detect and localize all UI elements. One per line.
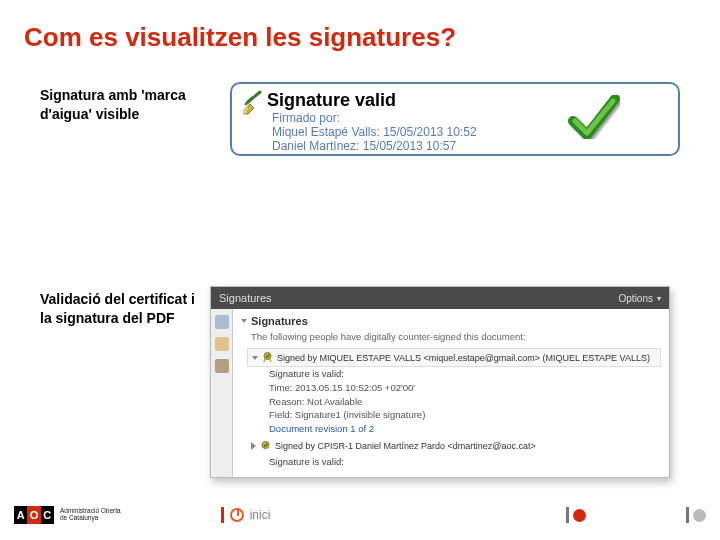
signature-valid-box: Signature valid Firmado por: Miquel Esta… xyxy=(230,82,680,156)
rosette-icon xyxy=(262,351,273,364)
expand-right-icon xyxy=(251,442,256,450)
panel-main: Signatures The following people have dig… xyxy=(233,309,669,477)
panel-body: Signatures The following people have dig… xyxy=(211,309,669,477)
signature-valid-line-2: Signature is valid: xyxy=(269,455,661,469)
signer-1-text: Signed by MIQUEL ESTAPE VALLS <miquel.es… xyxy=(277,353,650,363)
label-pdf-validation: Validació del certificat i la signatura … xyxy=(40,286,200,328)
aoc-badge-c: C xyxy=(41,506,54,524)
aoc-badge-a: A xyxy=(14,506,27,524)
expand-down-icon[interactable] xyxy=(241,319,247,323)
sidebar-thumbnails-icon[interactable] xyxy=(215,315,229,329)
aoc-text: Administració Oberta de Catalunya xyxy=(60,508,121,522)
signature-details-2: Signature is valid: xyxy=(269,455,661,469)
content-area: Signatura amb 'marca d'aigua' visible Si… xyxy=(40,82,700,478)
grey-dot-icon xyxy=(693,509,706,522)
signature-reason: Reason: Not Available xyxy=(269,395,661,409)
inici-button[interactable]: inici xyxy=(221,507,271,523)
vertical-bar-icon xyxy=(686,507,689,523)
signer-entry-1[interactable]: Signed by MIQUEL ESTAPE VALLS <miquel.es… xyxy=(247,348,661,367)
aoc-badge-o: O xyxy=(27,506,40,524)
footer-right xyxy=(566,507,706,523)
row-pdf-validation: Validació del certificat i la signatura … xyxy=(40,286,700,478)
panel-header: Signatures Options ▾ xyxy=(211,287,669,309)
signer-2-text: Signed by CPISR-1 Daniel Martínez Pardo … xyxy=(275,441,536,451)
signature-revision[interactable]: Document revision 1 of 2 xyxy=(269,422,661,436)
label-watermark: Signatura amb 'marca d'aigua' visible xyxy=(40,82,200,124)
footer-left: A O C Administració Oberta de Catalunya … xyxy=(14,506,270,524)
red-dot-icon xyxy=(573,509,586,522)
sidebar-bookmarks-icon[interactable] xyxy=(215,337,229,351)
footer: A O C Administració Oberta de Catalunya … xyxy=(14,506,706,524)
sidebar-signatures-icon[interactable] xyxy=(215,359,229,373)
inici-label: inici xyxy=(250,508,271,522)
aoc-badge: A O C xyxy=(14,506,54,524)
vertical-bar-icon xyxy=(221,507,224,523)
pen-checkmark-icon xyxy=(240,90,266,120)
signatures-section-heading: Signatures xyxy=(241,315,661,327)
nav-next[interactable] xyxy=(686,507,706,523)
signature-time: Time: 2013.05.15 10:52:05 +02'00' xyxy=(269,381,661,395)
panel-options-label: Options xyxy=(619,293,653,304)
signatures-heading-text: Signatures xyxy=(251,315,308,327)
panel-header-title: Signatures xyxy=(219,292,272,304)
signature-field: Field: Signature1 (invisible signature) xyxy=(269,408,661,422)
green-checkmark-icon xyxy=(563,89,623,153)
power-icon xyxy=(230,508,244,522)
chevron-down-icon: ▾ xyxy=(657,294,661,303)
signature-valid-line: Signature is valid: xyxy=(269,367,661,381)
nav-prev[interactable] xyxy=(566,507,586,523)
signatures-help-text: The following people have digitally coun… xyxy=(251,331,661,342)
page-title: Com es visualitzen les signatures? xyxy=(0,0,720,53)
signer-entry-2[interactable]: Signed by CPISR-1 Daniel Martínez Pardo … xyxy=(247,438,661,455)
row-watermark-signature: Signatura amb 'marca d'aigua' visible Si… xyxy=(40,82,700,156)
panel-sidebar xyxy=(211,309,233,477)
expand-down-icon xyxy=(252,356,258,360)
vertical-bar-icon xyxy=(566,507,569,523)
aoc-text-2: de Catalunya xyxy=(60,515,121,522)
signature-details-1: Signature is valid: Time: 2013.05.15 10:… xyxy=(269,367,661,436)
signatures-panel: Signatures Options ▾ Signatures xyxy=(210,286,670,478)
panel-options-menu[interactable]: Options ▾ xyxy=(619,293,661,304)
aoc-logo: A O C Administració Oberta de Catalunya xyxy=(14,506,121,524)
rosette-icon xyxy=(260,440,271,453)
